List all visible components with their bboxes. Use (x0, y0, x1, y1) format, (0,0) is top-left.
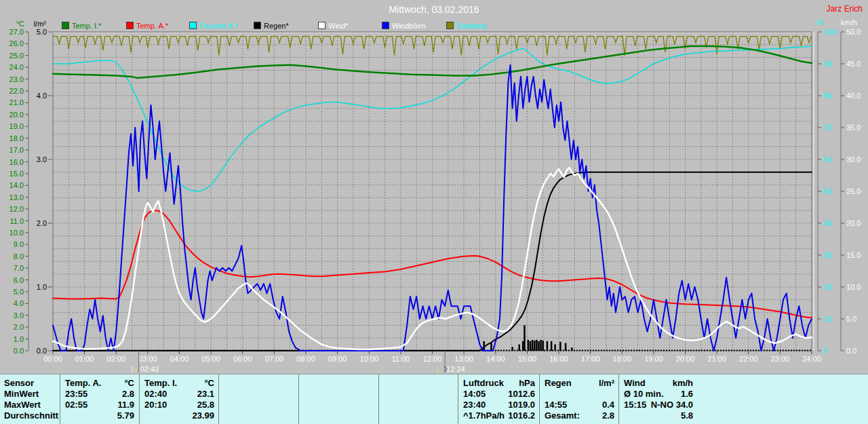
chart-title: Mittwoch, 03.02.2016 (0, 4, 868, 15)
svg-text:50: 50 (823, 187, 831, 195)
luftdruck-tendency: ^1.7hPa/h (463, 410, 505, 421)
col-title: Regen (545, 378, 572, 389)
svg-text:10:00: 10:00 (360, 355, 379, 363)
legend-item-wind[interactable]: Wind* (318, 21, 348, 30)
svg-text:07:00: 07:00 (265, 355, 284, 363)
wind-max-value: N-NO 34.0 (651, 400, 693, 410)
table-row-labels: Sensor MinWert MaxWert Durchschnitt (4, 378, 57, 421)
temp-a-max-value: 11.9 (117, 400, 134, 410)
legend-item-temp-a[interactable]: Temp. A.* (126, 21, 168, 30)
table-divider (539, 374, 540, 424)
legend-swatch-icon (126, 22, 134, 29)
svg-text:27.0: 27.0 (9, 28, 24, 36)
svg-text:05:00: 05:00 (201, 355, 220, 363)
svg-text:50.0: 50.0 (846, 28, 861, 36)
svg-text:24:00: 24:00 (802, 355, 821, 363)
svg-text:20: 20 (823, 283, 831, 291)
svg-text:26.0: 26.0 (9, 39, 24, 47)
row-label-sensor: Sensor (4, 378, 34, 389)
svg-text:80: 80 (823, 92, 831, 100)
svg-text:25.0: 25.0 (846, 187, 861, 195)
legend-item-feuchte[interactable]: Feuchte A.* (189, 21, 238, 30)
table-divider (458, 374, 458, 424)
svg-text:10.0: 10.0 (846, 283, 861, 291)
arrow-up-icon: ↑ (134, 365, 138, 374)
svg-text:6.0: 6.0 (14, 276, 24, 284)
temp-i-avg-value: 23.99 (192, 410, 214, 421)
axis-unit-percent: % (816, 18, 823, 26)
svg-text:1.0: 1.0 (14, 335, 24, 343)
svg-text:30.0: 30.0 (846, 155, 861, 163)
table-divider (139, 374, 140, 424)
svg-text:18.0: 18.0 (9, 134, 24, 142)
svg-text:10.0: 10.0 (9, 229, 24, 237)
svg-text:4.0: 4.0 (37, 92, 47, 100)
svg-text:20:00: 20:00 (676, 355, 695, 363)
svg-text:19:00: 19:00 (644, 355, 663, 363)
col-title: Wind (624, 378, 646, 389)
col-unit: °C (124, 378, 134, 389)
regen-gesamt-label: Gesamt: (545, 410, 580, 421)
svg-text:16.0: 16.0 (9, 158, 24, 166)
regen-gesamt-value: 2.8 (602, 410, 614, 421)
legend-swatch-icon (254, 22, 261, 29)
col-unit: hPa (519, 378, 535, 389)
col-title: Temp. A. (65, 378, 101, 389)
svg-text:70: 70 (823, 123, 831, 132)
chart-canvas[interactable]: 0.01.02.03.04.05.06.07.08.09.010.011.012… (0, 0, 868, 374)
wind-avg10-value: 1.6 (681, 389, 693, 400)
temp-i-max-time: 20:10 (144, 400, 167, 410)
svg-text:0.0: 0.0 (37, 347, 47, 355)
svg-text:21:00: 21:00 (707, 355, 726, 363)
svg-text:21.0: 21.0 (9, 98, 24, 107)
svg-text:02:43: 02:43 (140, 365, 159, 373)
svg-text:0.0: 0.0 (846, 347, 856, 355)
svg-text:12:00: 12:00 (423, 355, 442, 363)
svg-text:14.0: 14.0 (9, 181, 24, 189)
svg-text:5.0: 5.0 (846, 315, 856, 323)
svg-text:13.0: 13.0 (9, 193, 24, 201)
legend-item-empfang[interactable]: Empfang (446, 21, 486, 30)
svg-text:30: 30 (823, 251, 831, 259)
svg-text:23:00: 23:00 (771, 355, 790, 363)
svg-text:15.0: 15.0 (846, 251, 861, 259)
temp-i-max-value: 25.8 (197, 400, 214, 410)
luftdruck-max-time: 23:40 (463, 400, 486, 410)
svg-text:03:00: 03:00 (138, 355, 157, 363)
svg-text:00:00: 00:00 (43, 355, 62, 363)
svg-text:11:00: 11:00 (392, 355, 410, 363)
legend-swatch-icon (189, 22, 197, 29)
table-col-temp-a: Temp. A.°C 23:552.8 02:5511.9 5.79 (65, 378, 134, 421)
svg-text:22:00: 22:00 (739, 355, 758, 363)
col-unit: l/m² (599, 378, 614, 389)
svg-text:5.0: 5.0 (14, 288, 24, 296)
svg-text:60: 60 (823, 155, 831, 163)
svg-text:8.0: 8.0 (14, 252, 24, 261)
svg-text:2.0: 2.0 (37, 219, 47, 227)
col-unit: km/h (673, 378, 693, 389)
wind-avg10-label: Ø 10 min. (624, 389, 664, 400)
axis-unit-kmh: km/h (841, 18, 857, 26)
svg-text:40.0: 40.0 (846, 92, 861, 100)
temp-i-min-value: 23.1 (197, 389, 214, 400)
table-divider (218, 374, 219, 424)
temp-a-avg-value: 5.79 (117, 410, 134, 421)
svg-text:15:00: 15:00 (518, 355, 537, 363)
legend-item-windboen[interactable]: Windböen (382, 21, 426, 30)
svg-text:3.0: 3.0 (37, 155, 47, 163)
table-col-wind: Windkm/h Ø 10 min.1.6 15:15N-NO 34.0 5.8 (624, 378, 693, 421)
luftdruck-min-time: 14:05 (463, 389, 486, 400)
svg-text:15.0: 15.0 (9, 170, 24, 178)
legend-item-regen[interactable]: Regen* (254, 21, 289, 30)
svg-text:02:00: 02:00 (107, 355, 126, 363)
wind-max-time: 15:15 (624, 400, 646, 410)
legend-item-temp-i[interactable]: Temp. I.* (62, 21, 101, 30)
svg-text:23.0: 23.0 (9, 75, 24, 83)
svg-text:100: 100 (823, 28, 835, 36)
col-unit: °C (204, 378, 214, 389)
weather-chart-app: 0.01.02.03.04.05.06.07.08.09.010.011.012… (0, 0, 868, 424)
svg-text:35.0: 35.0 (846, 123, 861, 132)
legend-swatch-icon (446, 22, 454, 29)
arrow-down-icon: ↓ (435, 365, 439, 374)
svg-text:17:00: 17:00 (581, 355, 600, 363)
